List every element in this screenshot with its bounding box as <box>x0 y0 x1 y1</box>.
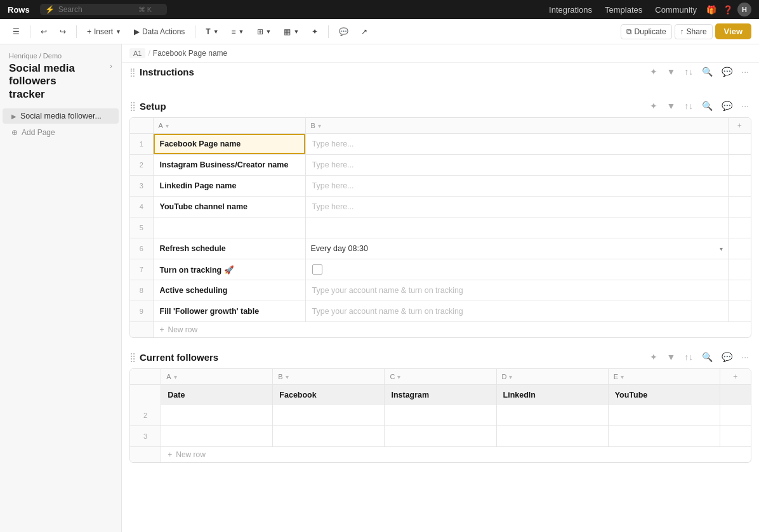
col-b-header[interactable]: B ▾ <box>305 118 728 134</box>
comment-section-icon[interactable]: 💬 <box>719 65 735 78</box>
filter-icon-followers[interactable]: ▼ <box>664 351 678 363</box>
col-e-f-header[interactable]: E▾ <box>608 369 720 385</box>
col-b-f-arrow[interactable]: ▾ <box>286 373 289 380</box>
cell-a[interactable]: Instagram Business/Creator name <box>153 155 305 176</box>
col-e-f-arrow[interactable]: ▾ <box>621 373 624 380</box>
search-kbd: ⌘ K <box>138 6 152 14</box>
cell-youtube[interactable] <box>608 405 720 426</box>
search-icon-setup[interactable]: 🔍 <box>699 100 715 112</box>
new-row-cell-f[interactable]: + New row <box>161 447 751 463</box>
sidebar-toggle-button[interactable]: ☰ <box>8 25 25 39</box>
comment-icon: 💬 <box>339 27 348 36</box>
sidebar-item-social-media[interactable]: ▶ Social media follower... <box>3 108 119 124</box>
chevron-down-icon-5: ▼ <box>293 29 299 35</box>
new-row-num-f <box>130 447 161 463</box>
col-c-f-arrow[interactable]: ▾ <box>397 373 400 380</box>
cell-date[interactable] <box>161 405 273 426</box>
cell-date[interactable] <box>161 426 273 447</box>
cell-b[interactable] <box>305 259 728 280</box>
nav-integrations[interactable]: Integrations <box>544 4 597 16</box>
filter-icon-setup[interactable]: ▼ <box>664 100 678 112</box>
sort-icon[interactable]: ↑↓ <box>682 65 696 78</box>
sort-icon-followers[interactable]: ↑↓ <box>682 351 696 363</box>
duplicate-button[interactable]: ⧉ Duplicate <box>621 24 672 39</box>
text-format-button[interactable]: T ▼ <box>201 25 223 39</box>
add-col-f-plus[interactable] <box>720 385 751 406</box>
cell-a[interactable]: Active scheduling <box>153 280 305 301</box>
new-row[interactable]: + New row <box>130 322 751 338</box>
cell-linkedin[interactable] <box>496 405 608 426</box>
new-row-cell[interactable]: + New row <box>153 322 751 338</box>
cell-b[interactable]: Type here... <box>305 197 728 217</box>
comment-icon-setup[interactable]: 💬 <box>719 100 735 112</box>
cell-a[interactable]: Refresh schedule <box>153 238 305 259</box>
cell-b[interactable]: Type here... <box>305 134 728 155</box>
sidebar-title-arrow-icon[interactable]: › <box>110 62 112 70</box>
cell-a[interactable]: Facebook Page name <box>153 134 305 155</box>
cell-a[interactable]: Fill 'Follower growth' table <box>153 301 305 322</box>
view-button[interactable]: View <box>715 23 751 39</box>
new-row-followers[interactable]: + New row <box>130 447 751 463</box>
magic-icon[interactable]: ✦ <box>647 65 660 78</box>
more-icon[interactable]: ··· <box>739 65 751 78</box>
more-icon-followers[interactable]: ··· <box>739 351 751 363</box>
col-d-f-header[interactable]: D▾ <box>496 369 608 385</box>
share-button[interactable]: ↑ Share <box>675 24 713 39</box>
col-a-f-arrow[interactable]: ▾ <box>174 373 177 380</box>
sort-icon-setup[interactable]: ↑↓ <box>682 100 696 112</box>
grid-button[interactable]: ⊞ ▼ <box>252 25 277 39</box>
cell-b[interactable]: Type your account name & turn on trackin… <box>305 301 728 322</box>
cell-a[interactable] <box>153 217 305 238</box>
magic-icon-setup[interactable]: ✦ <box>647 100 660 112</box>
comment-icon-followers[interactable]: 💬 <box>719 351 735 363</box>
nav-community[interactable]: Community <box>650 4 702 16</box>
search-bar[interactable]: ⚡ ⌘ K <box>40 4 167 15</box>
nav-templates[interactable]: Templates <box>600 4 647 16</box>
chevron-down-icon-2: ▼ <box>213 29 219 35</box>
undo-button[interactable]: ↩ <box>36 25 52 39</box>
cell-linkedin[interactable] <box>496 426 608 447</box>
cell-a[interactable]: Linkedin Page name <box>153 176 305 197</box>
cell-b[interactable] <box>305 217 728 238</box>
cell-b[interactable]: Every day 08:30▾ <box>305 238 728 259</box>
cell-instagram[interactable] <box>385 405 496 426</box>
cell-b[interactable]: Type here... <box>305 155 728 176</box>
more-icon-setup[interactable]: ··· <box>739 100 751 112</box>
stats-button[interactable]: ↗ <box>356 25 373 39</box>
col-d-f-arrow[interactable]: ▾ <box>509 373 512 380</box>
col-c-f-header[interactable]: C▾ <box>385 369 496 385</box>
col-a-f-header[interactable]: A▾ <box>161 369 273 385</box>
magic-icon-followers[interactable]: ✦ <box>647 351 660 363</box>
app-layout: Henrique / Demo Social media followers t… <box>0 44 759 532</box>
cell-a[interactable]: YouTube channel name <box>153 197 305 217</box>
cell-b[interactable]: Type here... <box>305 176 728 197</box>
data-actions-button[interactable]: ▶ Data Actions <box>129 25 190 39</box>
chart-button[interactable]: ▦ ▼ <box>279 25 304 39</box>
cell-facebook[interactable] <box>273 426 385 447</box>
add-col-f-header[interactable]: + <box>720 369 751 385</box>
col-b-dropdown-icon[interactable]: ▾ <box>318 122 321 129</box>
search-icon-followers[interactable]: 🔍 <box>699 351 715 363</box>
search-section-icon[interactable]: 🔍 <box>699 65 715 78</box>
cell-b[interactable]: Type your account name & turn on trackin… <box>305 280 728 301</box>
comment-button[interactable]: 💬 <box>334 25 353 39</box>
brush-button[interactable]: ✦ <box>307 25 323 39</box>
cell-youtube[interactable] <box>608 426 720 447</box>
cell-a[interactable]: Turn on tracking 🚀 <box>153 259 305 280</box>
search-input[interactable] <box>58 5 135 14</box>
add-col-header[interactable]: + <box>728 118 751 134</box>
tracking-checkbox[interactable] <box>312 264 322 275</box>
filter-icon[interactable]: ▼ <box>664 65 678 78</box>
col-a-header[interactable]: A ▾ <box>153 118 305 134</box>
align-button[interactable]: ≡ ▼ <box>227 25 249 39</box>
avatar[interactable]: H <box>737 3 751 16</box>
cell-facebook[interactable] <box>273 405 385 426</box>
col-a-dropdown-icon[interactable]: ▾ <box>166 122 169 129</box>
col-b-f-header[interactable]: B▾ <box>273 369 385 385</box>
gift-icon[interactable]: 🎁 <box>704 3 718 16</box>
add-page-button[interactable]: ⊕ Add Page <box>3 125 119 140</box>
help-icon[interactable]: ❓ <box>721 3 735 16</box>
redo-button[interactable]: ↪ <box>55 25 71 39</box>
insert-button[interactable]: + Insert ▼ <box>82 25 126 39</box>
cell-instagram[interactable] <box>385 426 496 447</box>
